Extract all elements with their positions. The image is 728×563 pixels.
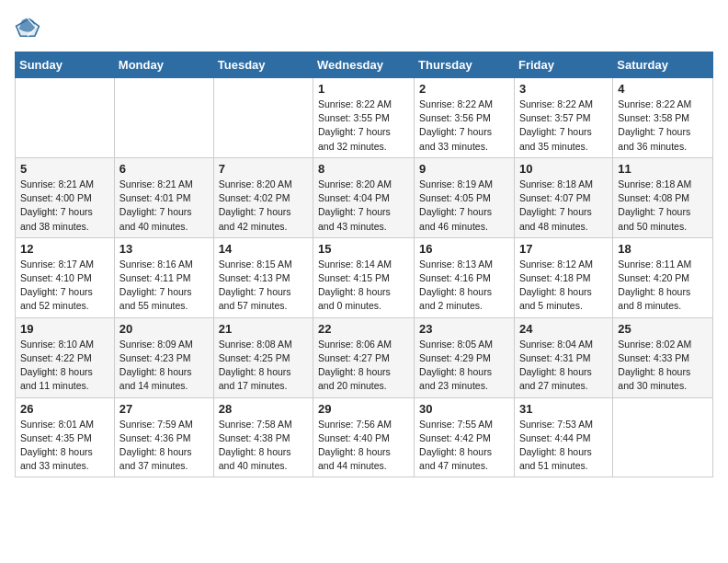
- day-info: Sunrise: 8:22 AM Sunset: 3:56 PM Dayligh…: [419, 98, 509, 154]
- day-info: Sunrise: 7:56 AM Sunset: 4:40 PM Dayligh…: [318, 418, 409, 474]
- calendar-day-cell: 30Sunrise: 7:55 AM Sunset: 4:42 PM Dayli…: [415, 397, 515, 477]
- calendar-day-cell: 5Sunrise: 8:21 AM Sunset: 4:00 PM Daylig…: [16, 157, 115, 237]
- day-number: 31: [519, 402, 608, 416]
- day-number: 29: [318, 402, 409, 416]
- day-info: Sunrise: 8:06 AM Sunset: 4:27 PM Dayligh…: [318, 338, 409, 394]
- day-info: Sunrise: 8:17 AM Sunset: 4:10 PM Dayligh…: [20, 258, 109, 314]
- day-info: Sunrise: 8:22 AM Sunset: 3:58 PM Dayligh…: [618, 98, 708, 154]
- day-number: 8: [318, 162, 409, 176]
- day-number: 28: [219, 402, 308, 416]
- day-info: Sunrise: 8:21 AM Sunset: 4:00 PM Dayligh…: [20, 178, 109, 234]
- calendar-day-cell: 29Sunrise: 7:56 AM Sunset: 4:40 PM Dayli…: [313, 397, 415, 477]
- day-info: Sunrise: 8:14 AM Sunset: 4:15 PM Dayligh…: [318, 258, 409, 314]
- day-info: Sunrise: 8:01 AM Sunset: 4:35 PM Dayligh…: [20, 418, 109, 474]
- day-info: Sunrise: 7:53 AM Sunset: 4:44 PM Dayligh…: [519, 418, 608, 474]
- day-number: 6: [119, 162, 209, 176]
- day-info: Sunrise: 8:08 AM Sunset: 4:25 PM Dayligh…: [219, 338, 308, 394]
- calendar-table: SundayMondayTuesdayWednesdayThursdayFrid…: [15, 52, 713, 477]
- calendar-day-cell: 18Sunrise: 8:11 AM Sunset: 4:20 PM Dayli…: [613, 237, 713, 317]
- calendar-day-cell: 7Sunrise: 8:20 AM Sunset: 4:02 PM Daylig…: [213, 157, 313, 237]
- calendar-empty-cell: [613, 397, 713, 477]
- day-number: 23: [419, 322, 509, 336]
- day-info: Sunrise: 8:12 AM Sunset: 4:18 PM Dayligh…: [519, 258, 608, 314]
- page-header: [15, 15, 713, 40]
- calendar-empty-cell: [114, 78, 213, 158]
- day-number: 9: [419, 162, 509, 176]
- day-number: 7: [219, 162, 308, 176]
- day-number: 1: [318, 82, 409, 96]
- day-number: 16: [419, 242, 509, 256]
- day-info: Sunrise: 8:22 AM Sunset: 3:57 PM Dayligh…: [519, 98, 608, 154]
- logo: [15, 15, 44, 40]
- calendar-day-cell: 14Sunrise: 8:15 AM Sunset: 4:13 PM Dayli…: [213, 237, 313, 317]
- day-info: Sunrise: 8:11 AM Sunset: 4:20 PM Dayligh…: [618, 258, 708, 314]
- weekday-header-tuesday: Tuesday: [213, 52, 313, 78]
- day-info: Sunrise: 8:20 AM Sunset: 4:04 PM Dayligh…: [318, 178, 409, 234]
- day-number: 13: [119, 242, 209, 256]
- day-info: Sunrise: 8:02 AM Sunset: 4:33 PM Dayligh…: [618, 338, 708, 394]
- calendar-day-cell: 3Sunrise: 8:22 AM Sunset: 3:57 PM Daylig…: [514, 78, 612, 158]
- calendar-week-row: 12Sunrise: 8:17 AM Sunset: 4:10 PM Dayli…: [16, 237, 713, 317]
- calendar-day-cell: 13Sunrise: 8:16 AM Sunset: 4:11 PM Dayli…: [114, 237, 213, 317]
- day-number: 10: [519, 162, 608, 176]
- day-number: 3: [519, 82, 608, 96]
- day-info: Sunrise: 8:21 AM Sunset: 4:01 PM Dayligh…: [119, 178, 209, 234]
- calendar-day-cell: 10Sunrise: 8:18 AM Sunset: 4:07 PM Dayli…: [514, 157, 612, 237]
- calendar-day-cell: 23Sunrise: 8:05 AM Sunset: 4:29 PM Dayli…: [415, 317, 515, 397]
- day-number: 26: [20, 402, 109, 416]
- day-number: 11: [618, 162, 708, 176]
- day-info: Sunrise: 7:55 AM Sunset: 4:42 PM Dayligh…: [419, 418, 509, 474]
- calendar-empty-cell: [213, 78, 313, 158]
- weekday-header-thursday: Thursday: [415, 52, 515, 78]
- weekday-header-sunday: Sunday: [16, 52, 115, 78]
- calendar-day-cell: 21Sunrise: 8:08 AM Sunset: 4:25 PM Dayli…: [213, 317, 313, 397]
- calendar-day-cell: 27Sunrise: 7:59 AM Sunset: 4:36 PM Dayli…: [114, 397, 213, 477]
- calendar-day-cell: 4Sunrise: 8:22 AM Sunset: 3:58 PM Daylig…: [613, 78, 713, 158]
- day-info: Sunrise: 8:10 AM Sunset: 4:22 PM Dayligh…: [20, 338, 109, 394]
- day-info: Sunrise: 8:09 AM Sunset: 4:23 PM Dayligh…: [119, 338, 209, 394]
- day-number: 19: [20, 322, 109, 336]
- calendar-week-row: 5Sunrise: 8:21 AM Sunset: 4:00 PM Daylig…: [16, 157, 713, 237]
- day-info: Sunrise: 8:20 AM Sunset: 4:02 PM Dayligh…: [219, 178, 308, 234]
- day-number: 25: [618, 322, 708, 336]
- day-number: 21: [219, 322, 308, 336]
- weekday-header-friday: Friday: [514, 52, 612, 78]
- day-info: Sunrise: 8:18 AM Sunset: 4:08 PM Dayligh…: [618, 178, 708, 234]
- calendar-day-cell: 8Sunrise: 8:20 AM Sunset: 4:04 PM Daylig…: [313, 157, 415, 237]
- day-number: 14: [219, 242, 308, 256]
- calendar-day-cell: 28Sunrise: 7:58 AM Sunset: 4:38 PM Dayli…: [213, 397, 313, 477]
- day-number: 15: [318, 242, 409, 256]
- calendar-day-cell: 24Sunrise: 8:04 AM Sunset: 4:31 PM Dayli…: [514, 317, 612, 397]
- calendar-day-cell: 22Sunrise: 8:06 AM Sunset: 4:27 PM Dayli…: [313, 317, 415, 397]
- day-number: 18: [618, 242, 708, 256]
- calendar-day-cell: 1Sunrise: 8:22 AM Sunset: 3:55 PM Daylig…: [313, 78, 415, 158]
- calendar-day-cell: 15Sunrise: 8:14 AM Sunset: 4:15 PM Dayli…: [313, 237, 415, 317]
- calendar-week-row: 19Sunrise: 8:10 AM Sunset: 4:22 PM Dayli…: [16, 317, 713, 397]
- day-info: Sunrise: 8:13 AM Sunset: 4:16 PM Dayligh…: [419, 258, 509, 314]
- day-number: 2: [419, 82, 509, 96]
- calendar-day-cell: 20Sunrise: 8:09 AM Sunset: 4:23 PM Dayli…: [114, 317, 213, 397]
- calendar-day-cell: 25Sunrise: 8:02 AM Sunset: 4:33 PM Dayli…: [613, 317, 713, 397]
- day-info: Sunrise: 8:04 AM Sunset: 4:31 PM Dayligh…: [519, 338, 608, 394]
- day-info: Sunrise: 8:22 AM Sunset: 3:55 PM Dayligh…: [318, 98, 409, 154]
- calendar-day-cell: 19Sunrise: 8:10 AM Sunset: 4:22 PM Dayli…: [16, 317, 115, 397]
- calendar-day-cell: 6Sunrise: 8:21 AM Sunset: 4:01 PM Daylig…: [114, 157, 213, 237]
- calendar-day-cell: 16Sunrise: 8:13 AM Sunset: 4:16 PM Dayli…: [415, 237, 515, 317]
- day-number: 12: [20, 242, 109, 256]
- weekday-header-wednesday: Wednesday: [313, 52, 415, 78]
- calendar-week-row: 26Sunrise: 8:01 AM Sunset: 4:35 PM Dayli…: [16, 397, 713, 477]
- day-number: 30: [419, 402, 509, 416]
- day-info: Sunrise: 7:58 AM Sunset: 4:38 PM Dayligh…: [219, 418, 308, 474]
- logo-icon: [15, 15, 40, 40]
- day-number: 20: [119, 322, 209, 336]
- day-number: 17: [519, 242, 608, 256]
- day-info: Sunrise: 8:05 AM Sunset: 4:29 PM Dayligh…: [419, 338, 509, 394]
- day-info: Sunrise: 8:19 AM Sunset: 4:05 PM Dayligh…: [419, 178, 509, 234]
- day-info: Sunrise: 8:16 AM Sunset: 4:11 PM Dayligh…: [119, 258, 209, 314]
- calendar-day-cell: 12Sunrise: 8:17 AM Sunset: 4:10 PM Dayli…: [16, 237, 115, 317]
- day-number: 27: [119, 402, 209, 416]
- day-number: 5: [20, 162, 109, 176]
- calendar-day-cell: 2Sunrise: 8:22 AM Sunset: 3:56 PM Daylig…: [415, 78, 515, 158]
- day-info: Sunrise: 8:15 AM Sunset: 4:13 PM Dayligh…: [219, 258, 308, 314]
- day-number: 4: [618, 82, 708, 96]
